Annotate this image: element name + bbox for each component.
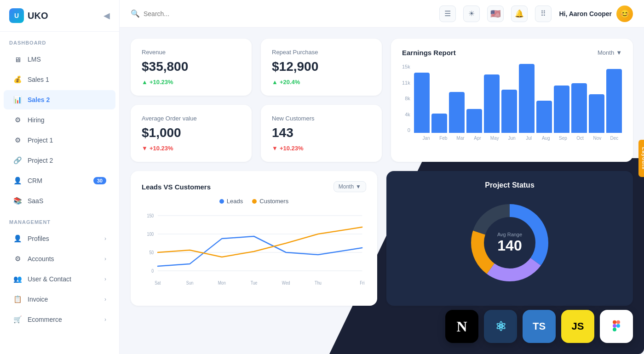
sidebar-item-sales1[interactable]: 💰 Sales 1 [4, 70, 115, 89]
flag-icon[interactable]: 🇺🇸 [487, 6, 504, 22]
sidebar-item-invoice[interactable]: 📋 Invoice › [4, 290, 115, 309]
svg-text:Sat: Sat [155, 280, 161, 285]
up-arrow-icon2: ▲ [272, 79, 278, 86]
avg-order-value: $1,000 [142, 126, 241, 140]
sidebar-item-label-invoice: Invoice [28, 296, 99, 303]
bar-col-Oct [571, 64, 587, 133]
dashboard-section-label: DASHBOARD [0, 32, 119, 49]
sidebar-item-project1[interactable]: ⚙ Project 1 [4, 131, 115, 150]
avg-order-card: Average Order value $1,000 ▼ +10.23% [131, 105, 252, 162]
theme-icon[interactable]: ☀ [463, 6, 480, 22]
revenue-card: Revenue $35,800 ▲ +10.23% [131, 39, 252, 96]
avg-order-label: Average Order value [142, 115, 241, 122]
search-input[interactable] [144, 10, 236, 17]
sidebar-item-label-saas: SaaS [28, 197, 106, 205]
leads-chart-header: Leads VS Customers Month ▼ [142, 181, 366, 192]
search-box: 🔍 [131, 9, 432, 18]
sidebar-collapse-button[interactable]: ◀ [104, 11, 110, 21]
earnings-card: Earnings Report Month ▼ 15k 11k 8k 4k [391, 39, 633, 162]
crm-badge: 30 [93, 177, 106, 184]
sales1-icon: 💰 [13, 75, 22, 84]
menu-icon[interactable]: ☰ [439, 6, 456, 22]
hiring-icon: ⚙ [13, 115, 22, 125]
bar-Jun [501, 90, 517, 133]
sidebar-item-hiring[interactable]: ⚙ Hiring [4, 110, 115, 130]
leads-dot [219, 199, 224, 204]
sidebar-item-ecommerce[interactable]: 🛒 Ecommerce › [4, 310, 115, 329]
greeting-text: Hi, Aaron Cooper [559, 10, 612, 17]
leads-legend-item: Leads [219, 198, 243, 205]
bar-col-Aug [536, 64, 552, 133]
sidebar-item-accounts[interactable]: ⚙ Accounts › [4, 249, 115, 268]
leads-title: Leads VS Customers [142, 183, 211, 191]
sidebar-item-project2[interactable]: 🔗 Project 2 [4, 151, 115, 170]
sidebar-item-profiles[interactable]: 👤 Profiles › [4, 229, 115, 248]
bar-Dec [606, 69, 622, 133]
svg-text:Mon: Mon [218, 280, 226, 285]
figma-icon [600, 310, 633, 343]
bar-x-label-Mar: Mar [453, 136, 468, 141]
bar-x-label-Jan: Jan [419, 136, 434, 141]
new-customers-label: New Customers [272, 115, 371, 122]
typescript-icon: TS [523, 310, 556, 343]
header: 🔍 ☰ ☀ 🇺🇸 🔔 ⠿ Hi, Aaron Cooper 😊 [120, 0, 644, 28]
svg-text:Thu: Thu [315, 280, 322, 285]
bar-Jan [414, 73, 430, 133]
layouts-tab[interactable]: Layouts [638, 140, 644, 177]
bar-col-Jan [414, 64, 430, 133]
bottom-grid: Leads VS Customers Month ▼ Leads Custome… [131, 171, 633, 306]
user-contact-icon: 👥 [13, 274, 22, 284]
customers-dot [252, 199, 257, 204]
leads-legend: Leads Customers [142, 198, 366, 205]
bar-x-label-Aug: Aug [538, 136, 553, 141]
earnings-title: Earnings Report [402, 49, 456, 57]
svg-point-23 [616, 324, 620, 328]
sidebar-item-label-sales1: Sales 1 [28, 76, 106, 83]
bar-col-Jun [501, 64, 517, 133]
repeat-purchase-card: Repeat Purchase $12,900 ▲ +20.4% [261, 39, 382, 96]
bar-x-label-Sep: Sep [555, 136, 570, 141]
bar-col-Feb [431, 64, 447, 133]
svg-text:150: 150 [147, 213, 154, 218]
svg-text:100: 100 [147, 232, 154, 237]
sidebar-item-user-contact[interactable]: 👥 User & Contact › [4, 269, 115, 289]
svg-text:Tue: Tue [251, 280, 258, 285]
leads-card: Leads VS Customers Month ▼ Leads Custome… [131, 171, 377, 306]
sidebar-item-saas[interactable]: 📚 SaaS [4, 191, 115, 211]
apps-icon[interactable]: ⠿ [535, 6, 552, 22]
repeat-purchase-label: Repeat Purchase [272, 49, 371, 56]
bar-chart-x-axis: JanFebMarAprMayJunJulAugSepOctNovDec [419, 136, 622, 141]
leads-period-dropdown[interactable]: Month ▼ [334, 181, 366, 192]
sidebar-item-lms[interactable]: 🖥 LMS [4, 50, 115, 69]
earnings-period-dropdown[interactable]: Month ▼ [598, 49, 622, 56]
sidebar: U UKO ◀ DASHBOARD 🖥 LMS 💰 Sales 1 📊 Sale… [0, 0, 120, 354]
donut-center-info: Avg Range 140 [497, 232, 522, 254]
up-arrow-icon: ▲ [142, 79, 148, 86]
sidebar-logo: U UKO ◀ [0, 0, 119, 32]
bar-x-label-Jul: Jul [521, 136, 536, 141]
nextjs-icon: N [445, 310, 478, 343]
logo-text: UKO [28, 11, 48, 21]
bar-col-Dec [606, 64, 622, 133]
avg-range-value: 140 [497, 237, 522, 254]
repeat-purchase-change: ▲ +20.4% [272, 79, 371, 86]
sidebar-item-sales2[interactable]: 📊 Sales 2 [4, 90, 115, 109]
user-greeting: Hi, Aaron Cooper 😊 [559, 6, 633, 22]
bar-col-Sep [554, 64, 569, 133]
sidebar-item-crm[interactable]: 👤 CRM 30 [4, 171, 115, 190]
bar-col-Mar [449, 64, 465, 133]
bar-x-label-Dec: Dec [607, 136, 622, 141]
leads-line-chart: 150 100 50 0 Sat Sun Mon Tue Wed Thu Fri [142, 211, 366, 294]
bar-Sep [554, 86, 569, 133]
svg-text:Fri: Fri [360, 280, 364, 285]
sidebar-item-label-profiles: Profiles [28, 235, 99, 242]
stats-grid: Revenue $35,800 ▲ +10.23% Repeat Purchas… [131, 39, 633, 162]
bell-icon[interactable]: 🔔 [511, 6, 528, 22]
sidebar-item-label-sales2: Sales 2 [28, 96, 106, 103]
profiles-icon: 👤 [13, 234, 22, 243]
sidebar-item-label-project1: Project 1 [28, 137, 106, 144]
new-customers-card: New Customers 143 ▼ +10.23% [261, 105, 382, 162]
bar-x-label-Nov: Nov [590, 136, 605, 141]
sidebar-item-label-project2: Project 2 [28, 157, 106, 164]
main-area: 🔍 ☰ ☀ 🇺🇸 🔔 ⠿ Hi, Aaron Cooper 😊 Revenue [120, 0, 644, 354]
